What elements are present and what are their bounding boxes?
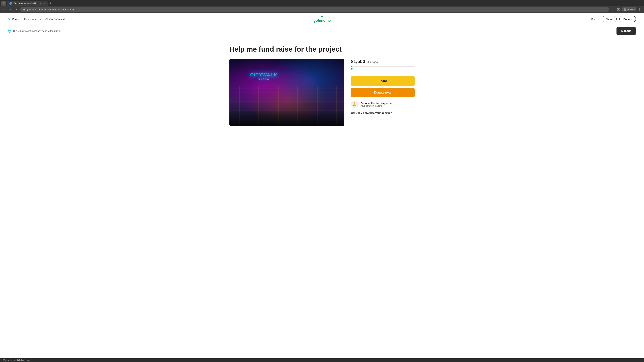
preview-banner: 🌐 This is how your fundraiser looks to t… [0,25,644,37]
svg-rect-1 [4,2,4,3]
active-tab[interactable]: Fundraiser by Jane Smith : Help × [7,1,48,6]
goal-section: $1,500 USD goal [351,59,414,69]
protection-text: GoFundMe protects your donation [351,111,414,114]
tab-favicon [10,2,12,5]
share-nav-button[interactable]: Share [602,16,617,22]
progress-bar-fill [351,66,352,67]
progress-bar [351,66,414,67]
supporter-subtitle: Your donation matters [360,105,393,107]
supporter-text: Become the first supporter Your donation… [360,102,393,107]
main-content: Help me fund raise for the project CITYW… [221,37,422,134]
more-button[interactable]: ⋮ [637,7,642,12]
back-button[interactable]: ← [2,7,7,12]
donate-now-button[interactable]: Donate now [351,88,414,97]
tab-title: Fundraiser by Jane Smith : Help [14,2,42,4]
fundraiser-title: Help me fund raise for the project [230,45,414,53]
logo[interactable]: ♥ gofundme [314,15,330,23]
city-sign-text: CITYWALK [250,72,278,78]
address-bar[interactable]: 🔒 gofundme.com/f/help-me-fund-raise-for-… [20,7,609,12]
tab-close-button[interactable]: × [44,2,45,5]
browser-tabs: Fundraiser by Jane Smith : Help × + [1,1,643,6]
bookmark-button[interactable]: ☆ [610,7,615,12]
globe-icon: 🌐 [8,29,12,33]
incognito-label: Incognito [627,8,634,10]
svg-rect-3 [4,3,4,4]
reload-button[interactable]: ✕ [14,7,19,12]
fundraiser-body: CITYWALK OSAKA $1,500 USD goal [230,59,414,126]
search-label: Search [12,17,20,20]
tab-switcher[interactable] [1,1,6,6]
manage-button[interactable]: Manage [616,27,636,35]
share-main-button[interactable]: Share [351,76,414,86]
fundraiser-image-wrap: CITYWALK OSAKA [230,59,344,126]
lock-icon: 🔒 [23,8,25,10]
donate-nav-button[interactable]: Donate [619,16,636,22]
how-it-works-label: How it works [24,17,38,20]
svg-rect-2 [3,3,4,4]
city-scene: CITYWALK OSAKA [230,59,344,126]
site-wrapper: 🔍 Search How it works ⌄ Start a GoFundMe… [0,13,644,134]
search-nav-item[interactable]: 🔍 Search [8,17,20,21]
city-sign: CITYWALK OSAKA [250,72,278,80]
supporter-icon: 🙏 [351,101,358,108]
preview-text: This is how your fundraiser looks to the… [13,30,61,32]
progress-dot [351,68,352,69]
crowd-overlay [230,109,344,126]
signin-link[interactable]: Sign in [591,17,599,20]
status-text: Waiting for px.ads.linkedin.com... [3,359,32,361]
browser-controls: ← → ✕ 🔒 gofundme.com/f/help-me-fund-rais… [0,6,644,13]
first-supporter-section: 🙏 Become the first supporter Your donati… [351,101,414,108]
forward-button[interactable]: → [8,7,13,12]
address-text: gofundme.com/f/help-me-fund-raise-for-th… [27,8,606,11]
nav-right: Sign in Share Donate [591,16,636,22]
new-tab-button[interactable]: + [48,1,53,5]
svg-rect-5 [619,8,620,10]
goal-label: USD goal [367,61,378,63]
browser-chrome: Fundraiser by Jane Smith : Help × + [0,0,644,6]
status-bar: Waiting for px.ads.linkedin.com... [0,358,644,362]
split-view-button[interactable] [616,7,621,12]
browser-actions: ☆ Incognito ⋮ [610,7,642,12]
city-sign-sub: OSAKA [250,78,278,80]
chevron-down-icon: ⌄ [39,17,42,21]
logo-icon: ♥ [321,15,323,18]
incognito-badge: Incognito [622,7,636,11]
main-nav: 🔍 Search How it works ⌄ Start a GoFundMe… [0,13,644,25]
start-gofundme-link[interactable]: Start a GoFundMe [46,17,66,20]
logo-text: gofundme [314,18,330,23]
fundraiser-sidebar: $1,500 USD goal Share Donate now 🙏 Becom… [351,59,414,114]
svg-rect-0 [3,2,4,3]
nav-left: 🔍 Search How it works ⌄ Start a GoFundMe [8,17,66,21]
search-icon: 🔍 [8,17,11,21]
goal-amount: $1,500 [351,59,365,64]
supporter-title: Become the first supporter [360,102,393,105]
preview-banner-text: 🌐 This is how your fundraiser looks to t… [8,29,61,33]
how-it-works-nav-item[interactable]: How it works ⌄ [24,17,42,21]
svg-rect-4 [617,8,618,10]
fundraiser-image: CITYWALK OSAKA [230,59,344,126]
